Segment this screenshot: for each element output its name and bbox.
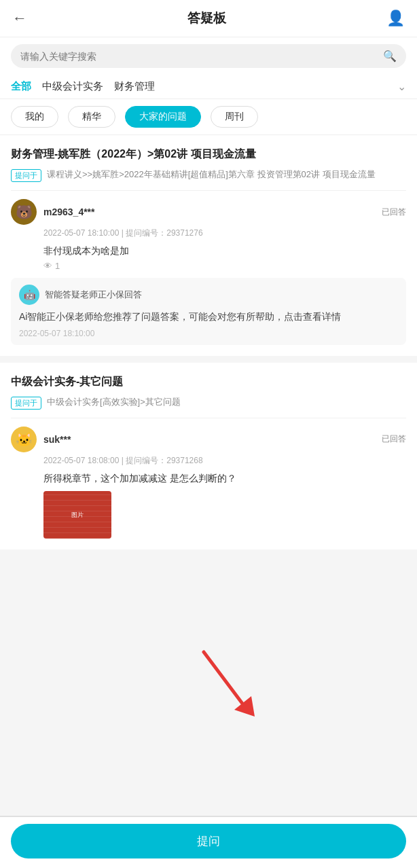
card2-user-info: 🐱 suk*** bbox=[11, 427, 71, 452]
card1-tag-text: 课程讲义>>姚军胜>2022年基础精讲[超值精品]第六章 投资管理第02讲 项目… bbox=[47, 168, 376, 181]
red-arrow-overlay bbox=[190, 645, 285, 727]
card2-qa-item: 🐱 suk*** 已回答 2022-05-07 18:08:00 | 提问编号：… bbox=[11, 418, 406, 539]
card2-username: suk*** bbox=[43, 434, 71, 445]
card1-meta: 2022-05-07 18:10:00 | 提问编号：29371276 bbox=[43, 228, 406, 239]
bottom-bar: 提问 bbox=[0, 816, 417, 868]
card1-avatar: 🐻 bbox=[11, 199, 37, 225]
svg-marker-1 bbox=[234, 696, 255, 717]
card1-ai-header: 🤖 智能答疑老师正小保回答 bbox=[19, 285, 398, 305]
search-bar: 🔍 bbox=[0, 37, 417, 75]
header: ← 答疑板 👤 bbox=[0, 0, 417, 37]
card1-tag-row: 提问于 课程讲义>>姚军胜>2022年基础精讲[超值精品]第六章 投资管理第02… bbox=[11, 168, 406, 182]
search-icon: 🔍 bbox=[383, 50, 397, 62]
card2-avatar: 🐱 bbox=[11, 427, 37, 452]
card2-user-row: 🐱 suk*** 已回答 bbox=[11, 427, 406, 452]
card1-view-count: 1 bbox=[55, 261, 60, 271]
card1-ai-reply[interactable]: 🤖 智能答疑老师正小保回答 Ai智能正小保老师给您推荐了问题答案，可能会对您有所… bbox=[11, 278, 406, 344]
search-input[interactable] bbox=[20, 51, 378, 62]
card2-thumbnail: 图片 bbox=[43, 491, 111, 539]
eye-icon: 👁 bbox=[43, 261, 52, 271]
card1-ai-avatar: 🤖 bbox=[19, 285, 39, 305]
search-wrap: 🔍 bbox=[11, 44, 406, 68]
card1-username: m2963_4*** bbox=[43, 206, 95, 217]
card2-content: 所得税章节，这个加加减减这 是怎么判断的？ bbox=[43, 471, 406, 486]
filter-everyone[interactable]: 大家的问题 bbox=[125, 106, 201, 128]
card2-tag-row: 提问于 中级会计实务[高效实验]>其它问题 bbox=[11, 395, 406, 410]
user-icon[interactable]: 👤 bbox=[386, 10, 405, 27]
question-card-1: 财务管理-姚军胜（2022年）>第02讲 项目现金流量 提问于 课程讲义>>姚军… bbox=[0, 135, 417, 356]
card2-tag-text: 中级会计实务[高效实验]>其它问题 bbox=[47, 395, 181, 409]
card1-qa-item: 🐻 m2963_4*** 已回答 2022-05-07 18:10:00 | 提… bbox=[11, 190, 406, 345]
category-tab-finance[interactable]: 财务管理 bbox=[114, 80, 155, 93]
card1-content: 非付现成本为啥是加 bbox=[43, 243, 406, 258]
card2-status: 已回答 bbox=[382, 433, 406, 445]
card2-meta: 2022-05-07 18:08:00 | 提问编号：29371268 bbox=[43, 455, 406, 467]
card1-ai-body: Ai智能正小保老师给您推荐了问题答案，可能会对您有所帮助，点击查看详情 bbox=[19, 309, 398, 324]
card1-status: 已回答 bbox=[382, 206, 406, 218]
card2-tag-badge: 提问于 bbox=[11, 397, 41, 410]
filter-mine[interactable]: 我的 bbox=[11, 106, 58, 128]
filter-weekly[interactable]: 周刊 bbox=[211, 106, 258, 128]
card1-user-row: 🐻 m2963_4*** 已回答 bbox=[11, 199, 406, 225]
svg-line-0 bbox=[204, 652, 244, 706]
card1-title: 财务管理-姚军胜（2022年）>第02讲 项目现金流量 bbox=[11, 146, 406, 162]
card1-ai-time: 2022-05-07 18:10:00 bbox=[19, 329, 398, 338]
category-tabs: 全部 中级会计实务 财务管理 ⌄ bbox=[0, 75, 417, 99]
filter-row: 我的 精华 大家的问题 周刊 bbox=[0, 99, 417, 135]
category-tab-all[interactable]: 全部 bbox=[11, 80, 31, 93]
question-card-2: 中级会计实务-其它问题 提问于 中级会计实务[高效实验]>其它问题 🐱 suk*… bbox=[0, 363, 417, 549]
page-title: 答疑板 bbox=[187, 10, 226, 27]
card1-ai-name: 智能答疑老师正小保回答 bbox=[45, 289, 142, 301]
card1-tag-badge: 提问于 bbox=[11, 169, 41, 182]
card2-title: 中级会计实务-其它问题 bbox=[11, 374, 406, 390]
category-tab-intermediate[interactable]: 中级会计实务 bbox=[42, 80, 103, 93]
content-area: 财务管理-姚军胜（2022年）>第02讲 项目现金流量 提问于 课程讲义>>姚军… bbox=[0, 135, 417, 617]
card1-views: 👁 1 bbox=[43, 261, 406, 271]
expand-icon[interactable]: ⌄ bbox=[397, 80, 406, 93]
ask-button[interactable]: 提问 bbox=[11, 824, 406, 858]
card1-user-info: 🐻 m2963_4*** bbox=[11, 199, 95, 225]
back-button[interactable]: ← bbox=[12, 10, 27, 27]
filter-featured[interactable]: 精华 bbox=[68, 106, 115, 128]
